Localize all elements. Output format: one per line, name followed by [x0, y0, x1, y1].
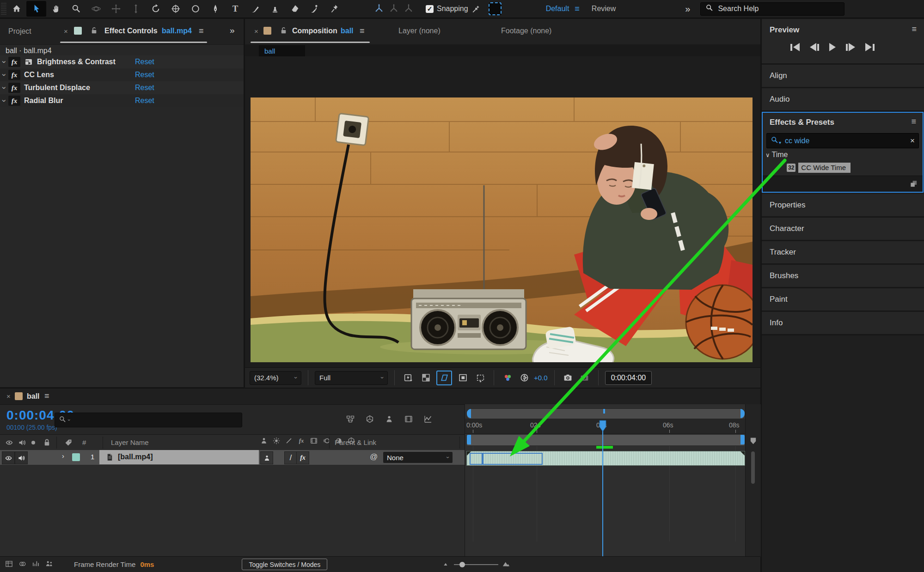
panel-overflow-chevrons[interactable]: »	[230, 25, 235, 36]
zoom-out-mountain-icon[interactable]	[443, 560, 450, 569]
show-snapshot-icon[interactable]	[578, 371, 592, 384]
lock-icon[interactable]	[90, 26, 98, 36]
region-of-interest-icon[interactable]	[436, 371, 452, 385]
expand-chevron-icon[interactable]: ›	[0, 71, 9, 79]
crop-region-icon[interactable]	[473, 371, 487, 384]
effect-row-radial-blur[interactable]: ›fxRadial BlurReset	[0, 94, 244, 107]
viewer-area[interactable]	[245, 56, 760, 367]
render-pane-icon[interactable]	[45, 560, 54, 570]
zoom-in-mountain-icon[interactable]	[502, 560, 510, 569]
workspace-review[interactable]: Review	[592, 5, 616, 13]
comp-marker-bin-icon[interactable]	[749, 437, 758, 447]
layer-quality-switch[interactable]: /	[284, 451, 297, 464]
fx-toggle-icon[interactable]: fx	[8, 83, 20, 93]
toggle-switches-modes-button[interactable]: Toggle Switches / Modes	[242, 559, 327, 570]
next-frame-button[interactable]	[846, 43, 855, 51]
solo-column-icon[interactable]	[31, 441, 35, 444]
tab-effect-controls-target[interactable]: ball.mp4	[162, 27, 192, 35]
world-axis-icon[interactable]	[389, 3, 399, 15]
tab-close-icon[interactable]: ×	[64, 27, 68, 35]
effect-reset-link[interactable]: Reset	[135, 84, 154, 92]
snapshot-icon[interactable]	[561, 371, 575, 384]
exposure-value[interactable]: +0.0	[534, 374, 548, 382]
time-navigator-bar[interactable]	[466, 408, 745, 420]
preview-title[interactable]: Preview	[770, 25, 799, 35]
toolbar-grip[interactable]	[1, 2, 6, 16]
expand-chevron-icon[interactable]: ›	[0, 58, 9, 66]
layer-fx-switch[interactable]: fx	[296, 451, 309, 464]
layer-label-swatch[interactable]	[72, 453, 80, 461]
viewer-tab-ball[interactable]: ball	[259, 45, 305, 56]
parent-dropdown[interactable]: None›	[383, 452, 453, 463]
fx-toggle-icon[interactable]: fx	[8, 70, 20, 80]
mini-flowchart-icon[interactable]	[346, 414, 355, 425]
tab-composition[interactable]: Composition	[292, 27, 337, 35]
preset-cc-wide-time[interactable]: CC Wide Time	[798, 163, 851, 173]
type-tool-icon[interactable]: T	[225, 1, 245, 17]
viewer-timecode[interactable]: 0:00:04:00	[605, 371, 652, 385]
parent-pickwhip-icon[interactable]: @	[370, 452, 378, 462]
tab-timeline-ball[interactable]: ball	[27, 392, 40, 401]
transfer-controls-pane-icon[interactable]	[18, 560, 27, 570]
category-time[interactable]: ∨ Time	[765, 151, 788, 159]
workspace-menu-icon[interactable]: ≡	[575, 4, 580, 14]
fx-toggle-icon[interactable]: fx	[8, 96, 20, 106]
parent-link-column-header[interactable]: Parent & Link	[335, 438, 376, 446]
expand-chevron-icon[interactable]: ›	[0, 97, 9, 105]
effect-reset-link[interactable]: Reset	[135, 97, 154, 105]
dolly-camera-tool-icon[interactable]	[126, 1, 146, 17]
layer-name-cell[interactable]: [ball.mp4]	[99, 450, 259, 464]
in-out-panes-icon[interactable]	[31, 560, 40, 570]
toolbar-overflow-chevrons[interactable]: »	[685, 4, 690, 14]
pen-tool-icon[interactable]	[205, 1, 225, 17]
video-column-icon[interactable]	[5, 438, 14, 449]
frame-blend-column-icon[interactable]	[310, 437, 318, 446]
zoom-tool-icon[interactable]	[66, 1, 86, 17]
magnification-dropdown[interactable]: (32.4%)›	[250, 371, 301, 385]
tab-project[interactable]: Project	[8, 27, 31, 36]
panel-audio[interactable]: Audio	[762, 88, 924, 112]
panel-character[interactable]: Character	[762, 218, 924, 241]
quality-column-icon[interactable]	[285, 437, 293, 446]
category-collapse-icon[interactable]: ∨	[765, 152, 770, 158]
workspace-default[interactable]: Default	[546, 5, 569, 13]
tab-close-icon[interactable]: ×	[254, 27, 258, 35]
navigator-end-handle[interactable]	[740, 409, 745, 418]
view-axis-icon[interactable]	[404, 3, 414, 15]
work-area-bar[interactable]	[466, 434, 745, 446]
panel-properties[interactable]: Properties	[762, 194, 924, 218]
effect-reset-link[interactable]: Reset	[135, 71, 154, 79]
new-panel-icon[interactable]	[909, 179, 918, 189]
local-axis-icon[interactable]	[374, 3, 384, 15]
last-frame-button[interactable]	[865, 43, 875, 51]
snap-options-icon[interactable]	[468, 1, 484, 17]
brush-tool-icon[interactable]	[245, 1, 265, 17]
tab-close-icon[interactable]: ×	[6, 392, 11, 400]
timeline-search-input[interactable]: ›	[55, 413, 242, 427]
previous-frame-button[interactable]	[810, 43, 819, 51]
expand-chevron-icon[interactable]: ›	[0, 84, 9, 92]
audio-column-icon[interactable]	[18, 438, 27, 449]
snap-to-bounds-icon[interactable]	[489, 2, 502, 15]
clone-stamp-tool-icon[interactable]	[265, 1, 285, 17]
layer-audio-icon[interactable]	[15, 451, 28, 464]
effect-row-turbulent-displace[interactable]: ›fxTurbulent DisplaceReset	[0, 81, 244, 94]
timeline-zoom-slider[interactable]	[454, 564, 498, 565]
shy-column-icon[interactable]	[260, 437, 268, 446]
lock-icon[interactable]	[279, 26, 288, 36]
roto-brush-tool-icon[interactable]	[305, 1, 324, 17]
fx-toggle-icon[interactable]: fx	[8, 57, 20, 67]
panel-brushes[interactable]: Brushes	[762, 265, 924, 288]
panel-menu-icon[interactable]: ≡	[360, 26, 365, 36]
frame-blending-icon[interactable]	[404, 414, 413, 425]
index-column-header[interactable]: #	[82, 438, 86, 446]
home-tool-icon[interactable]	[6, 1, 26, 17]
draft-3d-icon[interactable]	[365, 414, 374, 425]
effect-row-brightness-contrast[interactable]: ›fxBrightness & ContrastReset	[0, 55, 244, 68]
effect-row-cc-lens[interactable]: ›fxCC LensReset	[0, 68, 244, 81]
panel-menu-icon[interactable]: ≡	[44, 391, 49, 401]
channels-icon[interactable]	[501, 371, 514, 384]
keyframe-region-small[interactable]	[470, 453, 483, 465]
hides-shy-icon[interactable]	[385, 414, 394, 425]
zoom-slider-handle[interactable]	[459, 562, 465, 567]
